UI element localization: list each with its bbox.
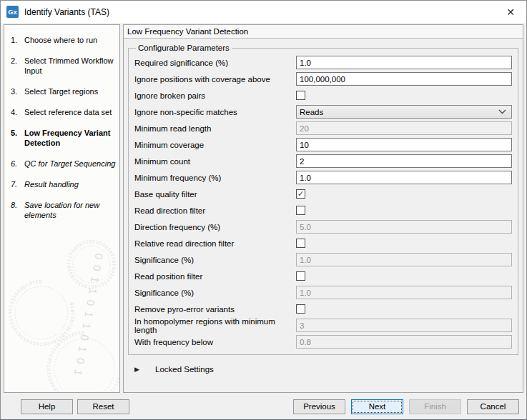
param-control — [296, 271, 512, 281]
param-row: Ignore positions with coverage above — [134, 72, 512, 86]
param-checkbox[interactable] — [296, 91, 305, 100]
param-control — [296, 220, 512, 234]
param-row: Read direction filter — [134, 204, 512, 217]
param-control — [296, 239, 512, 248]
param-input — [296, 286, 512, 299]
panel-body: Configurable Parameters Required signifi… — [124, 39, 523, 374]
param-control — [296, 286, 512, 299]
wizard-sidebar: 1.Choose where to run2.Select Trimmed Wo… — [4, 24, 120, 393]
param-row: In homopolymer regions with minimum leng… — [134, 319, 512, 332]
param-row: Minimum frequency (%) — [134, 171, 512, 184]
step-number: 8. — [11, 200, 24, 220]
locked-settings-label: Locked Settings — [155, 365, 214, 374]
wizard-steps: 1.Choose where to run2.Select Trimmed Wo… — [4, 25, 119, 220]
param-label: Ignore non-specific matches — [134, 108, 296, 116]
step-label: Select Target regions — [24, 86, 118, 96]
param-input[interactable] — [296, 72, 512, 86]
window-title: Identify Variants (TAS) — [24, 7, 109, 17]
reset-button[interactable]: Reset — [77, 399, 129, 414]
wizard-step: 5.Low Frequency Variant Detection — [11, 128, 118, 148]
watermark-digits-large: 0 0 1 1 0 1 1 0 1 0 1 — [72, 252, 106, 378]
param-row: Direction frequency (%) — [134, 220, 512, 234]
step-number: 5. — [11, 128, 24, 148]
param-checkbox[interactable] — [296, 271, 305, 281]
param-label: Relative read direction filter — [134, 239, 296, 248]
param-input — [296, 121, 512, 135]
step-label: Select Trimmed Workflow Input — [24, 56, 118, 76]
param-input[interactable] — [296, 138, 512, 151]
param-input[interactable] — [296, 56, 512, 69]
param-label: Base quality filter — [134, 190, 296, 199]
step-number: 3. — [11, 86, 24, 96]
step-label: Select reference data set — [24, 107, 118, 117]
param-select[interactable]: Reads — [296, 105, 512, 119]
app-logo-gx-icon: Gx — [6, 6, 19, 18]
wizard-step: 7.Result handling — [11, 179, 118, 189]
help-button[interactable]: Help — [21, 399, 73, 414]
param-input[interactable] — [296, 171, 512, 184]
wizard-step: 1.Choose where to run — [11, 35, 118, 45]
param-control — [296, 171, 512, 184]
button-bar: Help Reset Previous Next Finish Cancel — [1, 394, 526, 419]
param-label: Remove pyro-error variants — [134, 305, 296, 314]
param-row: Ignore non-specific matchesReads — [134, 105, 512, 119]
param-row: Required significance (%) — [134, 56, 512, 69]
param-control — [296, 319, 512, 332]
param-checkbox[interactable]: ✓ — [296, 189, 305, 199]
param-control — [296, 253, 512, 266]
step-number: 4. — [11, 107, 24, 117]
param-input — [296, 319, 512, 332]
step-label: Choose where to run — [24, 35, 118, 45]
param-label: Ignore positions with coverage above — [134, 75, 296, 84]
locked-settings-toggle[interactable]: ▶ Locked Settings — [134, 365, 518, 374]
step-number: 7. — [11, 179, 24, 189]
previous-button[interactable]: Previous — [293, 399, 345, 414]
next-button[interactable]: Next — [351, 399, 403, 414]
param-label: Minimum coverage — [134, 141, 296, 149]
param-label: Required significance (%) — [134, 59, 296, 67]
param-row: Relative read direction filter — [134, 236, 512, 250]
param-row: Read position filter — [134, 269, 512, 283]
wizard-step: 3.Select Target regions — [11, 86, 118, 96]
cancel-button[interactable]: Cancel — [467, 399, 519, 414]
param-label: Ignore broken pairs — [134, 91, 296, 100]
param-checkbox[interactable] — [296, 239, 305, 248]
param-label: Minimum count — [134, 157, 296, 166]
param-row: Remove pyro-error variants — [134, 302, 512, 316]
param-checkbox[interactable] — [296, 206, 305, 215]
step-label: Result handling — [24, 179, 118, 189]
param-row: Minimum read length — [134, 121, 512, 135]
param-row: Ignore broken pairs — [134, 89, 512, 102]
param-control — [296, 304, 512, 314]
param-row: Minimum count — [134, 154, 512, 168]
param-label: Direction frequency (%) — [134, 223, 296, 231]
select-value: Reads — [300, 108, 323, 116]
group-title: Configurable Parameters — [136, 44, 232, 52]
identify-variants-dialog: Gx Identify Variants (TAS) ✕ 1.Choose wh… — [0, 0, 527, 420]
param-control: ✓ — [296, 189, 512, 199]
param-label: Minimum read length — [134, 124, 296, 133]
footer-left-buttons: Help Reset — [21, 399, 129, 414]
step-panel: Low Frequency Variant Detection Configur… — [123, 24, 523, 393]
param-row: With frequency below — [134, 335, 512, 349]
param-label: In homopolymer regions with minimum leng… — [134, 317, 296, 334]
param-label: With frequency below — [134, 338, 296, 346]
wizard-step: 2.Select Trimmed Workflow Input — [11, 56, 118, 76]
param-control — [296, 335, 512, 349]
finish-button: Finish — [409, 399, 461, 414]
main-area: 1.Choose where to run2.Select Trimmed Wo… — [1, 23, 526, 394]
param-input — [296, 335, 512, 349]
param-checkbox[interactable] — [296, 304, 305, 314]
param-row: Significance (%) — [134, 286, 512, 299]
param-label: Read position filter — [134, 272, 296, 281]
expand-arrow-icon: ▶ — [134, 366, 142, 373]
param-label: Significance (%) — [134, 289, 296, 297]
footer-right-buttons: Previous Next Finish Cancel — [293, 399, 519, 414]
param-control — [296, 138, 512, 151]
param-control — [296, 56, 512, 69]
close-icon[interactable]: ✕ — [501, 5, 521, 19]
param-input[interactable] — [296, 154, 512, 168]
step-number: 2. — [11, 56, 24, 76]
step-label: Low Frequency Variant Detection — [24, 128, 118, 148]
param-label: Minimum frequency (%) — [134, 174, 296, 182]
